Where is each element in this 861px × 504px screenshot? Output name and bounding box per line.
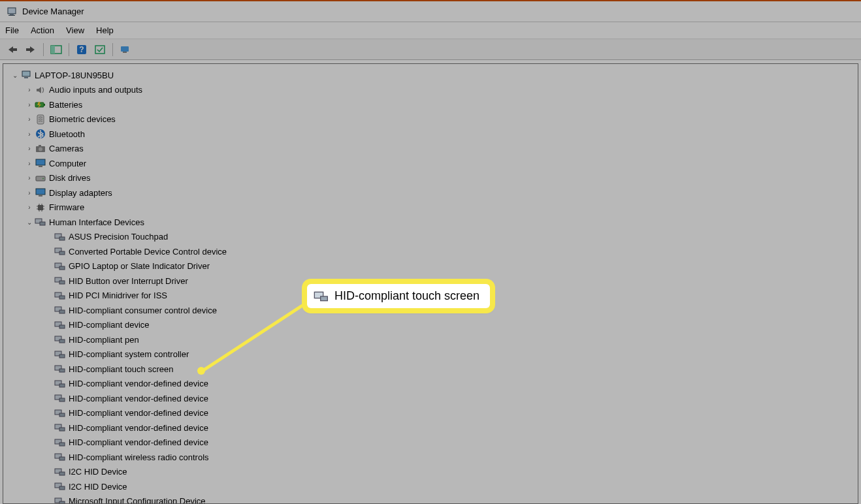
- hid-icon: [54, 232, 66, 242]
- disk-icon: [35, 173, 46, 183]
- tree-category[interactable]: ›Biometric devices: [3, 112, 858, 127]
- hid-icon: [54, 496, 66, 504]
- tree-device[interactable]: Converted Portable Device Control device: [3, 244, 858, 259]
- chevron-right-icon[interactable]: ›: [25, 189, 33, 197]
- tree-node-label: HID-compliant vendor-defined device: [69, 437, 208, 447]
- hid-icon: [54, 408, 66, 418]
- menu-view[interactable]: View: [66, 25, 84, 35]
- toolbar: ?: [0, 39, 861, 60]
- tree-device[interactable]: ASUS Precision Touchpad: [3, 230, 858, 245]
- tree-node-label: HID-compliant system controller: [69, 349, 189, 359]
- callout-highlight: HID-compliant touch screen: [307, 284, 490, 308]
- tree-device[interactable]: HID-compliant vendor-defined device: [3, 377, 858, 392]
- chip-icon: [35, 202, 46, 213]
- svg-rect-20: [39, 145, 41, 147]
- svg-rect-71: [59, 472, 65, 475]
- svg-rect-75: [59, 501, 65, 504]
- hid-icon: [54, 467, 66, 477]
- svg-rect-6: [51, 46, 55, 54]
- tree-device[interactable]: HID-compliant vendor-defined device: [3, 406, 858, 421]
- chevron-right-icon[interactable]: ›: [25, 86, 33, 93]
- tree-device[interactable]: HID-compliant vendor-defined device: [3, 435, 858, 450]
- hid-icon: [54, 481, 66, 492]
- back-button[interactable]: [4, 41, 21, 58]
- svg-rect-10: [121, 46, 129, 52]
- help-button[interactable]: ?: [73, 41, 90, 58]
- chevron-right-icon[interactable]: ›: [25, 204, 33, 211]
- tree-device[interactable]: HID-compliant system controller: [3, 347, 858, 362]
- forward-button[interactable]: [22, 41, 39, 58]
- callout-text: HID-compliant touch screen: [334, 289, 479, 303]
- svg-rect-59: [59, 384, 65, 387]
- tree-device[interactable]: I2C HID Device: [3, 479, 858, 494]
- tree-category[interactable]: ›Bluetooth: [3, 127, 858, 142]
- svg-point-19: [39, 147, 42, 151]
- svg-rect-55: [59, 354, 65, 358]
- chevron-right-icon[interactable]: ›: [25, 131, 33, 138]
- tree-node-label: LAPTOP-18UN95BU: [35, 71, 114, 80]
- tree-node-label: HID-compliant vendor-defined device: [69, 408, 208, 418]
- properties-button[interactable]: [117, 41, 134, 58]
- svg-rect-43: [59, 266, 65, 270]
- hid-icon: [314, 290, 329, 303]
- tree-category[interactable]: ›Cameras: [3, 142, 858, 157]
- scan-hardware-button[interactable]: [91, 41, 108, 58]
- tree-root[interactable]: ⌄ LAPTOP-18UN95BU: [3, 68, 858, 83]
- tree-category[interactable]: ›Display adapters: [3, 185, 858, 200]
- tree-device[interactable]: HID-compliant device: [3, 318, 858, 333]
- svg-rect-73: [59, 486, 65, 490]
- tree-node-label: HID-compliant vendor-defined device: [69, 423, 208, 433]
- menu-help[interactable]: Help: [96, 25, 114, 35]
- chevron-down-icon[interactable]: ⌄: [25, 219, 33, 226]
- svg-rect-27: [38, 205, 43, 210]
- tree-node-label: HID-compliant device: [69, 320, 150, 330]
- callout-dot: [197, 367, 205, 375]
- camera-icon: [35, 144, 46, 154]
- chevron-right-icon[interactable]: ›: [25, 116, 33, 123]
- show-hide-console-button[interactable]: [48, 41, 65, 58]
- svg-rect-49: [59, 310, 65, 313]
- monitor-icon: [35, 158, 46, 168]
- tree-category[interactable]: ›Batteries: [3, 97, 858, 112]
- tree-category[interactable]: ›Firmware: [3, 200, 858, 215]
- svg-rect-13: [24, 77, 28, 78]
- chevron-right-icon[interactable]: ›: [25, 101, 33, 108]
- svg-rect-16: [37, 115, 44, 124]
- battery-icon: [35, 99, 46, 110]
- hid-icon: [54, 334, 66, 345]
- tree-device[interactable]: HID-compliant wireless radio controls: [3, 450, 858, 465]
- svg-rect-39: [59, 237, 65, 240]
- bluetooth-icon: [35, 129, 46, 139]
- tree-node-label: HID-compliant vendor-defined device: [69, 379, 208, 388]
- tree-category[interactable]: ›Audio inputs and outputs: [3, 83, 858, 98]
- chevron-right-icon[interactable]: ›: [25, 160, 33, 167]
- tree-node-label: HID Button over Interrupt Driver: [69, 276, 188, 286]
- tree-node-label: Computer: [49, 159, 86, 168]
- tree-device[interactable]: I2C HID Device: [3, 465, 858, 480]
- hid-icon: [54, 379, 66, 389]
- tree-node-label: Batteries: [49, 100, 82, 110]
- tree-category-hid[interactable]: ⌄ Human Interface Devices: [3, 215, 858, 230]
- svg-rect-26: [39, 195, 42, 197]
- tree-node-label: Human Interface Devices: [49, 217, 144, 227]
- menu-file[interactable]: File: [5, 25, 19, 35]
- chevron-down-icon[interactable]: ⌄: [11, 72, 19, 79]
- hid-icon: [54, 291, 66, 301]
- tree-category[interactable]: ›Disk drives: [3, 171, 858, 186]
- tree-device[interactable]: Microsoft Input Configuration Device: [3, 494, 858, 505]
- chevron-right-icon[interactable]: ›: [25, 145, 33, 152]
- tree-device[interactable]: HID-compliant vendor-defined device: [3, 420, 858, 435]
- svg-rect-4: [26, 48, 31, 51]
- menu-action[interactable]: Action: [31, 25, 54, 35]
- tree-category[interactable]: ›Computer: [3, 156, 858, 171]
- tree-device[interactable]: HID-compliant touch screen: [3, 362, 858, 377]
- tree-device[interactable]: GPIO Laptop or Slate Indicator Driver: [3, 259, 858, 274]
- chevron-right-icon[interactable]: ›: [25, 174, 33, 181]
- tree-device[interactable]: HID-compliant pen: [3, 332, 858, 347]
- tree-device[interactable]: HID-compliant vendor-defined device: [3, 391, 858, 406]
- svg-rect-22: [39, 166, 42, 167]
- tree-node-label: Microsoft Input Configuration Device: [69, 496, 206, 504]
- svg-rect-25: [36, 189, 45, 195]
- svg-text:?: ?: [79, 45, 84, 54]
- speaker-icon: [35, 85, 46, 95]
